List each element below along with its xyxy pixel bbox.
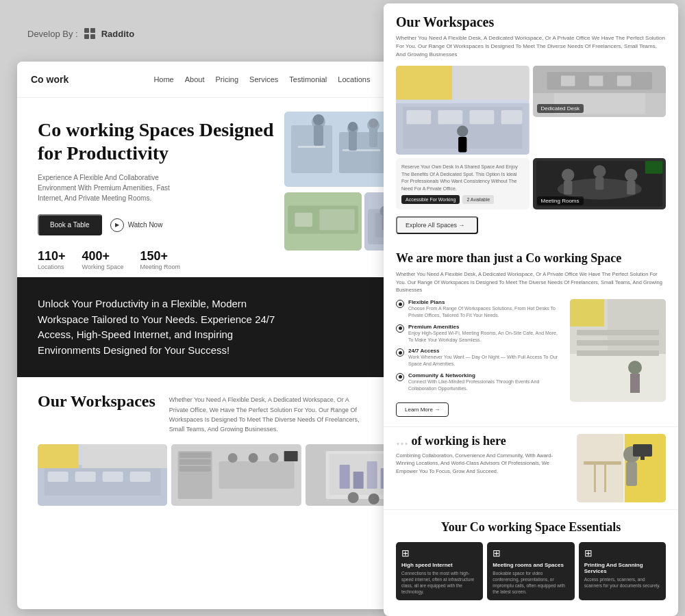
rp-workspaces-title: Our Workspaces [396,14,666,30]
svg-point-49 [228,453,238,463]
developer-bar: Develop By : Raddito [27,27,134,40]
svg-rect-93 [570,299,604,326]
future-title-main: of working is here [412,434,506,448]
learn-more-button[interactable]: Learn More → [396,402,449,417]
svg-rect-3 [90,34,95,39]
explore-all-spaces-button[interactable]: Explore All Spaces → [396,216,478,234]
svg-rect-96 [577,340,659,346]
printing-icon: ⊞ [584,548,660,559]
svg-rect-12 [342,149,380,151]
workspaces-title: Our Workspaces [38,392,155,411]
rp-features: Flexible Plans Choose From A Range Of Wo… [396,299,666,416]
nav-links: Home About Pricing Services Testimonial … [153,75,370,84]
feature-desc-3: Work Whenever You Want — Day Or Night — … [408,354,563,368]
svg-point-15 [348,122,358,131]
rp-images-grid: Dedicated Desk Reserve Your Own Desk In … [396,66,666,209]
nav-locations[interactable]: Locations [338,75,370,84]
accessible-btn[interactable]: Accessible For Working [401,195,460,204]
svg-rect-65 [456,66,529,100]
svg-rect-52 [284,451,298,461]
feature-text-1: Flexible Plans Choose From A Range Of Wo… [408,299,563,319]
future-prefix: … [396,434,408,448]
feature-desc-1: Choose From A Range Of Workspaces Soluti… [408,305,563,319]
feature-desc-4: Connect With Like-Minded Professionals T… [408,378,563,392]
svg-rect-90 [645,161,662,173]
rp-future-title: … of working is here [396,434,570,449]
workspace-image-2 [171,444,301,506]
essential-card-meeting: ⊞ Meeting rooms and Spaces Bookable spac… [487,542,574,600]
svg-point-51 [269,453,279,463]
hero-title: Co working Spaces Designed for Productiv… [38,118,274,164]
feature-premium-amenities: Premium Amenities Enjoy High-Speed Wi-Fi… [396,324,563,344]
nav-pricing[interactable]: Pricing [215,75,238,84]
rp-dedicated-desk-image: Dedicated Desk [533,66,667,117]
nav-home[interactable]: Home [153,75,173,84]
available-btn[interactable]: 2 Available [462,195,494,204]
svg-rect-97 [577,350,659,356]
feature-title-3: 24/7 Access [408,348,563,354]
feature-dot-3 [396,348,404,357]
rp-essentials-section: Your Co working Space Essentials ⊞ High … [384,509,678,611]
svg-rect-22 [319,209,354,231]
svg-rect-70 [469,110,494,124]
feature-247-access: 24/7 Access Work Whenever You Want — Day… [396,348,563,368]
svg-rect-18 [369,128,377,147]
rp-meeting-rooms-image: Meeting Rooms [533,158,667,209]
svg-point-60 [347,492,358,503]
svg-rect-44 [178,451,212,499]
feature-flexible-plans: Flexible Plans Choose From A Range Of Wo… [396,299,563,319]
svg-rect-16 [349,131,357,151]
watch-now-button[interactable]: ▶ Watch Now [110,218,163,232]
workspace-image-1 [38,444,167,506]
svg-rect-58 [366,461,377,489]
feature-text-2: Premium Amenities Enjoy High-Speed Wi-Fi… [408,324,563,344]
nav-about[interactable]: About [185,75,205,84]
stat-meeting-number: 150+ [140,249,180,264]
meeting-icon: ⊞ [493,548,569,559]
svg-rect-80 [616,75,630,86]
svg-rect-6 [339,132,387,173]
svg-rect-104 [584,461,621,465]
hero-text: Co working Spaces Designed for Productiv… [38,112,274,270]
svg-rect-68 [406,110,431,124]
svg-rect-45 [179,452,211,458]
dev-label: Develop By : [27,29,78,39]
rp-future-section: … of working is here Combining Collabora… [384,426,678,509]
feature-text-3: 24/7 Access Work Whenever You Want — Day… [408,348,563,368]
svg-point-98 [628,361,642,374]
svg-rect-103 [577,434,623,502]
svg-point-61 [368,493,379,504]
svg-point-84 [561,168,573,181]
svg-rect-48 [219,461,295,489]
rp-future-image [577,434,666,502]
svg-point-17 [369,118,378,128]
svg-rect-79 [588,75,602,86]
right-panel: Our Workspaces Whether You Need A Flexib… [384,3,678,616]
svg-rect-108 [626,462,637,486]
watch-label: Watch Now [128,221,163,229]
svg-rect-21 [295,213,312,227]
nav-services[interactable]: Services [249,75,278,84]
nav-testimonial[interactable]: Testimonial [289,75,327,84]
feature-dot-1 [396,300,404,308]
svg-rect-0 [84,28,89,33]
svg-rect-95 [577,330,659,335]
svg-point-86 [593,165,606,177]
svg-point-88 [625,168,637,181]
feature-dot-2 [396,324,404,333]
svg-rect-78 [560,75,574,86]
svg-rect-1 [90,28,95,33]
svg-rect-14 [314,125,323,146]
stat-locations-number: 110+ [38,249,66,264]
hero-image-bottom-left [284,192,362,251]
raddito-logo-icon [84,27,96,40]
book-table-button[interactable]: Book a Table [38,214,102,235]
svg-rect-85 [564,181,572,194]
svg-rect-38 [103,472,123,482]
dev-company: Raddito [101,29,134,39]
svg-rect-46 [179,459,211,465]
svg-rect-105 [594,465,596,492]
essential-card-printing: ⊞ Printing And Scanning Services Access … [579,542,666,600]
stat-working: 400+ Working Space [82,249,124,270]
stat-locations-label: Locations [38,264,66,270]
